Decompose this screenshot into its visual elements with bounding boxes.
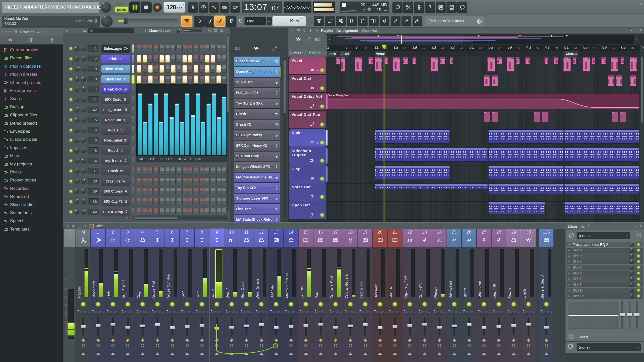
strip-enable-led[interactable] (452, 302, 456, 306)
browser-item-impulses[interactable]: Impulses (4, 144, 62, 152)
strip-fader-track[interactable] (513, 317, 514, 335)
step-edit-button[interactable] (181, 16, 192, 27)
strip-route-arrow[interactable] (200, 338, 204, 341)
strip-collapse-arrow[interactable] (289, 352, 293, 355)
eq-band-fader[interactable] (636, 301, 638, 329)
strip-fader-track[interactable] (468, 317, 470, 335)
strip-header[interactable]: 7 (180, 229, 194, 247)
marker-44[interactable]: 4/4 (339, 51, 351, 57)
strip-route-arrow[interactable] (408, 338, 412, 341)
mixer-strip-chord-fx[interactable]: 19Chord FX◂▸ (358, 229, 372, 362)
strip-pan-knob[interactable] (524, 311, 528, 315)
pan-arrow-right[interactable]: ▸ (429, 312, 430, 314)
eq-band-handle[interactable] (634, 313, 639, 316)
eq-band-handle[interactable] (627, 313, 632, 316)
strip-fader-track[interactable] (349, 317, 351, 335)
step-cell[interactable] (216, 198, 221, 205)
channel-pan-knob[interactable] (74, 209, 79, 214)
strip-header[interactable]: 1 (91, 229, 105, 247)
strip-pan-knob[interactable] (376, 311, 380, 315)
mixer-strip-sidechain[interactable]: 1Sidechain◂▸ (91, 229, 105, 362)
pan-arrow-right[interactable]: ▸ (88, 312, 89, 314)
channel-select-strip[interactable] (132, 177, 134, 185)
audio-clip-vocal[interactable] (601, 57, 607, 65)
strip-pan-knob[interactable] (198, 311, 202, 315)
step-cell[interactable] (143, 198, 147, 205)
strip-fader-track[interactable] (156, 317, 158, 335)
audio-clip-vocal-dist[interactable] (492, 75, 498, 86)
toggle-playlist-button[interactable] (314, 16, 324, 26)
snap-selector[interactable]: Line▸ (245, 17, 266, 25)
step-cell[interactable] (194, 167, 198, 175)
mixer-strip-kick[interactable]: 2Kick◂▸ (106, 229, 120, 362)
strip-header[interactable]: 30 (521, 229, 536, 247)
step-cell[interactable] (205, 75, 210, 83)
graph-tab-vel[interactable]: Vel (148, 157, 155, 161)
audio-clip-vocal[interactable] (573, 57, 577, 65)
channel-select-strip[interactable] (132, 65, 134, 73)
strip-sep-knob[interactable] (440, 311, 444, 315)
step-cell[interactable] (143, 177, 147, 185)
channel-volume-knob[interactable] (81, 66, 86, 71)
pan-arrow-right[interactable]: ▸ (326, 312, 327, 314)
mixer-strip-hats[interactable]: 8Hats◂▸ (195, 229, 209, 362)
channel-number-box[interactable]: 4› ‹ (88, 86, 99, 93)
step-cell[interactable] (211, 45, 215, 52)
channel-button[interactable]: SFX 8..Drop (101, 208, 130, 216)
strip-sep-knob[interactable] (529, 311, 533, 315)
step-cell[interactable] (154, 177, 158, 185)
step-cell[interactable] (171, 75, 176, 83)
oscilloscope[interactable] (284, 2, 311, 13)
strip-record-dot[interactable] (408, 344, 411, 347)
automation-clip-vocal-dist-pan[interactable]: V.. (612, 111, 618, 122)
step-cell[interactable] (165, 65, 170, 73)
channel-enable-led[interactable] (69, 210, 72, 213)
picker-scroll-handle[interactable] (284, 60, 286, 113)
strip-pan-knob[interactable] (213, 311, 216, 315)
strip-enable-led[interactable] (526, 302, 531, 306)
mixer-strip-sine-fill[interactable]: 28Sine Fill◂▸ (492, 229, 506, 362)
automation-clip-vocal-delay-vol[interactable]: Vocal Delay Vol (327, 93, 639, 109)
step-cell[interactable] (137, 167, 141, 175)
strip-enable-led[interactable] (408, 302, 412, 306)
channel-enable-led[interactable] (69, 159, 72, 162)
pan-arrow-left[interactable]: ◂ (181, 312, 182, 314)
strip-record-dot[interactable] (111, 344, 114, 347)
mixer-strip-break-kick[interactable]: 3Break Kick◂▸ (120, 229, 135, 362)
effect-slot-7[interactable]: ▶Slot 7 (567, 276, 643, 282)
browser-up-icon[interactable]: ↑ (6, 30, 8, 34)
channel-enable-led[interactable] (69, 88, 72, 91)
rack-filter-dropdown[interactable]: All▸ (88, 28, 134, 33)
input-clock-icon[interactable] (636, 232, 641, 238)
strip-fader-handle[interactable] (170, 326, 175, 329)
step-cell[interactable] (154, 188, 158, 195)
step-cell[interactable] (188, 65, 192, 73)
pan-arrow-right[interactable]: ▸ (415, 312, 416, 314)
strip-collapse-arrow[interactable] (527, 352, 530, 355)
channel-number-spinner[interactable]: › ‹ (97, 209, 99, 212)
rack-hscroll-arrows[interactable]: ◂◂ (125, 216, 128, 219)
pan-arrow-right[interactable]: ▸ (192, 312, 193, 314)
window-minimize-button[interactable]: – (630, 2, 632, 6)
mixer-strip-pad[interactable]: 16Pad◂▸ (313, 229, 328, 362)
step-cell[interactable] (216, 188, 221, 195)
channel-volume-knob[interactable] (81, 148, 86, 153)
browser-item-scores[interactable]: Scores (4, 95, 62, 103)
toggle-plugin-button[interactable] (380, 16, 389, 26)
mixer-strip-bassline[interactable]: 20Bassline◂▸ (373, 229, 387, 362)
picker-scroll-down[interactable]: ∨ (283, 217, 286, 221)
pan-arrow-left[interactable]: ◂ (448, 312, 449, 314)
step-cell[interactable] (143, 75, 147, 83)
strip-pan-knob[interactable] (168, 311, 172, 315)
strip-record-dot[interactable] (171, 344, 174, 347)
strip-collapse-arrow[interactable] (171, 352, 174, 355)
channel-enable-led[interactable] (69, 98, 72, 101)
track-header-vocal-dist[interactable]: Vocal Dist… (289, 75, 326, 92)
slot-mix-knob[interactable] (630, 271, 634, 275)
pan-arrow-right[interactable]: ▸ (355, 312, 356, 314)
strip-fader-track[interactable] (231, 317, 232, 335)
pan-arrow-right[interactable]: ▸ (162, 312, 163, 314)
graph-bar[interactable] (175, 104, 179, 155)
strip-enable-led[interactable] (244, 302, 249, 306)
pattern-selector[interactable]: Kick▲ ▼ (272, 16, 306, 26)
